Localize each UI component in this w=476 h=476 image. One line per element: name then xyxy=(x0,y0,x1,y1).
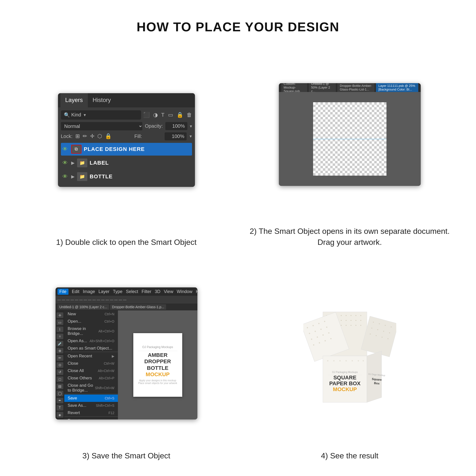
guide-horizontal xyxy=(313,139,387,139)
tool-eraser[interactable]: ◻ xyxy=(56,376,63,382)
svg-point-8 xyxy=(360,315,361,316)
tool-history[interactable]: ↺ xyxy=(56,369,63,375)
svg-point-5 xyxy=(346,315,347,316)
lock-artboard-icon: ⬡ xyxy=(97,133,102,139)
menu-file[interactable]: File xyxy=(57,289,68,295)
step4-caption: 4) See the result xyxy=(321,450,378,461)
tool-lasso[interactable]: ⌇ xyxy=(56,326,63,332)
menu-save[interactable]: SaveCtrl+S xyxy=(64,394,118,402)
layer1-name: PLACE DESIGN HERE xyxy=(84,146,145,153)
pixel-icon: ⬛ xyxy=(143,112,150,118)
layer-label[interactable]: 👁 ▶ 📁 LABEL xyxy=(61,156,192,169)
fill-value[interactable]: 100% xyxy=(165,132,187,140)
step2-screenshot: Custom-Mockup-Square.psb Untitled-1 @ 50… xyxy=(248,49,452,220)
eye-icon-3[interactable]: 👁 xyxy=(62,173,69,180)
tool-gradient[interactable]: ▤ xyxy=(56,384,63,389)
menu-help[interactable]: Help xyxy=(196,289,197,294)
menu-open-as[interactable]: Open As...Alt+Shift+Ctrl+O xyxy=(64,337,118,345)
collapse-arrow-2[interactable]: ▶ xyxy=(71,160,75,166)
ps-tabs: Layers History xyxy=(58,93,195,107)
layer3-name: BOTTLE xyxy=(90,173,113,180)
result-box: OJ Packaging Mockups SQUARE PAPER BOX MO… xyxy=(281,297,418,410)
mini-doc-title1: AMBER xyxy=(148,352,168,358)
folder-icon-2: 📁 xyxy=(80,160,85,166)
menu-close-all[interactable]: Close AllAlt+Ctrl+W xyxy=(64,367,118,374)
paper-box-svg: OJ Packaging Mockups SQUARE PAPER BOX MO… xyxy=(303,302,396,405)
menu-new[interactable]: NewCtrl+N xyxy=(64,310,118,318)
step3-caption: 3) Save the Smart Object xyxy=(83,450,170,461)
opacity-value[interactable]: 100% xyxy=(165,122,187,130)
menu-close-bridge[interactable]: Close and Go to Bridge...Shift+Ctrl+W xyxy=(64,382,118,394)
svg-text:MOCKUP: MOCKUP xyxy=(333,386,357,392)
tab-history[interactable]: History xyxy=(88,93,116,107)
eye-icon-1[interactable]: 👁 xyxy=(62,146,69,153)
menu-3d[interactable]: 3D xyxy=(155,289,160,294)
svg-point-7 xyxy=(356,315,357,316)
adjustment-icon: ◑ xyxy=(153,112,158,118)
menu-revert[interactable]: RevertF12 xyxy=(64,409,118,417)
menu-select[interactable]: Select xyxy=(126,289,138,294)
tab-layers[interactable]: Layers xyxy=(60,93,88,107)
menu-view[interactable]: View xyxy=(164,289,173,294)
svg-point-24 xyxy=(360,325,361,326)
tool-stamp[interactable]: ⊙ xyxy=(56,362,63,368)
tool-move[interactable]: ✛ xyxy=(56,312,63,318)
collapse-arrow-3[interactable]: ▶ xyxy=(71,174,75,179)
ps-layers-panel: Layers History 🔍 Kind ▾ ⬛ ◑ xyxy=(58,93,195,187)
canvas-tab-3[interactable]: Dropper-Bottle-Amber-Glass-Plastic-Lid-1… xyxy=(337,83,374,92)
menu-layer[interactable]: Layer xyxy=(99,289,110,294)
eye-icon-2[interactable]: 👁 xyxy=(62,160,69,166)
layer-bottle[interactable]: 👁 ▶ 📁 BOTTLE xyxy=(61,170,192,183)
folder-thumb-3: 📁 xyxy=(77,172,87,181)
svg-point-20 xyxy=(341,325,342,326)
tool-heal[interactable]: ⊕ xyxy=(56,348,63,354)
svg-point-14 xyxy=(351,320,352,321)
ps-blending-row: Normal Opacity: 100% ▾ xyxy=(61,122,192,130)
menu-edit[interactable]: Edit xyxy=(72,289,80,294)
mini-doc-title4: MOCKUP xyxy=(146,371,170,378)
doc-tab-1[interactable]: Untitled-1 @ 100% (Layer 2 c... xyxy=(57,304,109,310)
layer-place-design[interactable]: 👁 ⧉ PLACE DESIGN HERE xyxy=(61,143,192,155)
menu-save-as[interactable]: Save As...Shift+Ctrl+S xyxy=(64,402,118,409)
ps-search-row: 🔍 Kind ▾ ⬛ ◑ T ▭ 🔒 🗑 xyxy=(61,110,192,119)
tool-select[interactable]: ▭ xyxy=(56,320,63,325)
tool-path[interactable]: ◈ xyxy=(56,412,63,418)
menu-close-others[interactable]: Close OthersAlt+Ctrl+P xyxy=(64,374,118,382)
menu-open-smart[interactable]: Open as Smart Object... xyxy=(64,345,118,352)
ps-toolbar-row: — — — — — — — — — — — — — — — — xyxy=(55,296,197,304)
tool-pen[interactable]: ✒ xyxy=(56,398,63,403)
tool-dodge[interactable]: ◯ xyxy=(56,391,63,396)
menu-type[interactable]: Type xyxy=(113,289,122,294)
svg-point-12 xyxy=(341,320,342,321)
doc-tab-2[interactable]: Dropper-Bottle-Amber-Glass-1.p... xyxy=(110,304,166,310)
blending-mode-select[interactable]: Normal xyxy=(61,122,143,130)
mini-doc-divider xyxy=(138,351,177,351)
step4-screenshot: OJ Packaging Mockups SQUARE PAPER BOX MO… xyxy=(248,262,452,444)
ps-file-wrap: File Edit Image Layer Type Select Filter… xyxy=(55,288,197,420)
smart-object-thumb: ⧉ xyxy=(71,145,82,153)
menu-export[interactable]: Export▶ xyxy=(64,417,118,420)
svg-point-61 xyxy=(357,360,359,361)
tool-eyedrop[interactable]: 💉 xyxy=(56,341,63,346)
tool-type[interactable]: T xyxy=(56,405,63,410)
menu-open-recent[interactable]: Open Recent▶ xyxy=(64,353,118,360)
mini-doc-brand: OJ Packaging Mockups xyxy=(142,345,173,349)
fill-label: Fill: xyxy=(134,134,142,139)
canvas-tab-4[interactable]: Layer 111111.psb @ 25% [Background Color… xyxy=(376,83,418,92)
ps-canvas-doc xyxy=(313,102,387,176)
ps-panel-body: 🔍 Kind ▾ ⬛ ◑ T ▭ 🔒 🗑 xyxy=(58,107,195,187)
svg-point-21 xyxy=(346,325,347,326)
ps-canvas-topbar: Custom-Mockup-Square.psb Untitled-1 @ 50… xyxy=(279,83,421,92)
menu-window[interactable]: Window xyxy=(177,289,192,294)
tool-crop[interactable]: ⌗ xyxy=(56,334,63,339)
menu-browse-bridge[interactable]: Browse in Bridge...Alt+Ctrl+O xyxy=(64,325,118,337)
kind-label: Kind xyxy=(71,112,81,118)
menu-close[interactable]: CloseCtrl+W xyxy=(64,360,118,367)
menu-open[interactable]: Open...Ctrl+O xyxy=(64,318,118,325)
tool-brush[interactable]: ✏ xyxy=(56,355,63,360)
type-icon: T xyxy=(161,112,164,118)
step3-screenshot: File Edit Image Layer Type Select Filter… xyxy=(24,262,228,444)
menu-image[interactable]: Image xyxy=(83,289,95,294)
menu-filter[interactable]: Filter xyxy=(142,289,152,294)
ps-search-bar[interactable]: 🔍 Kind ▾ xyxy=(61,110,141,119)
